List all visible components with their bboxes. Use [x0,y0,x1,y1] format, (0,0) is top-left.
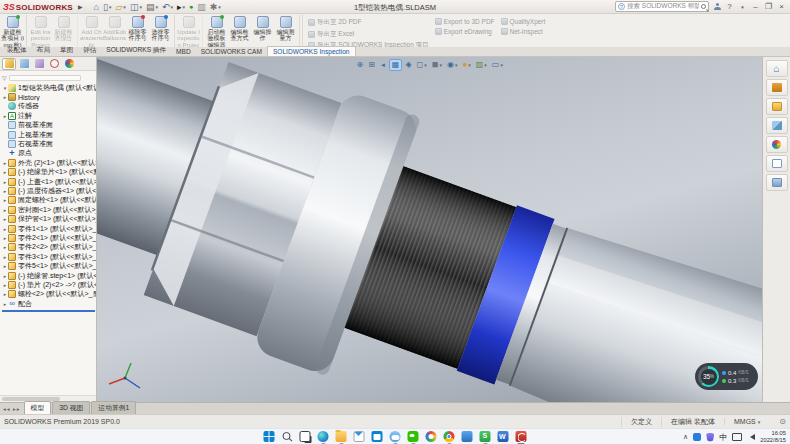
view-tool-icon[interactable] [461,59,472,71]
view-tool-icon[interactable] [445,59,459,71]
export-menu-item[interactable]: 导出至 2D PDF [308,18,429,27]
tree-item[interactable]: ▸ 零件2<2> (默认<<默认>_显示状态 [2,243,96,252]
tree-item[interactable]: ▸ (-) 垫片 (2)<2> ->? (默认<<默认> [2,280,96,289]
view-tool-icon[interactable] [389,59,402,71]
quick-access-button[interactable] [102,1,112,13]
quick-access-button[interactable] [209,1,222,13]
view-tool-icon[interactable] [490,59,504,71]
taskbar-app-icon[interactable] [516,431,527,442]
ribbon-tab[interactable]: SOLIDWORKS Inspection [267,46,356,56]
quick-access-button[interactable] [114,1,126,13]
ribbon-button[interactable]: 新建检查报告 [52,15,78,47]
quick-access-button[interactable] [196,1,207,13]
tree-item[interactable]: ▸ 固定螺栓<1> (默认<<默认>_显示状 [2,196,96,205]
taskbar-app-icon[interactable] [426,431,437,442]
task-pane-tab[interactable] [766,136,788,153]
manager-tab[interactable] [47,58,61,70]
export-menu-item[interactable]: 导出至 Excel [308,30,429,39]
ribbon-tab[interactable]: 布局 [32,45,55,56]
taskbar-app-icon[interactable] [336,431,347,442]
ribbon-tab[interactable]: 评估 [78,45,101,56]
task-pane-tab[interactable] [766,60,788,77]
quick-access-button[interactable] [161,1,174,13]
help-button[interactable]: ? [725,1,734,13]
tree-item[interactable]: ▸ 零件5<1> (默认<<默认>_显示状态 [2,261,96,270]
tray-shield-icon[interactable] [706,433,714,442]
tree-item[interactable]: ▸ (-) 绝缘管.step<1> (默认<<默认> [2,271,96,280]
filter-funnel-icon[interactable]: ▽ [2,74,7,81]
tree-item[interactable]: ▸ History [2,92,96,101]
ribbon-tab[interactable]: 草图 [55,45,78,56]
ribbon-tab[interactable]: SOLIDWORKS CAM [196,47,267,56]
quick-access-button[interactable] [129,1,143,13]
ribbon-tab[interactable]: 装配体 [2,45,32,56]
units-selector[interactable]: MMGS [724,418,769,425]
ribbon-button[interactable]: 选择零件序号 [149,15,175,47]
close-button[interactable]: × [777,1,786,13]
task-pane-tab[interactable] [766,174,788,191]
tree-item[interactable]: ▸ 前视基准面 [2,121,96,130]
restore-button[interactable]: ❐ [764,1,773,13]
ribbon-button[interactable]: 移除零件序号 [126,15,149,47]
ribbon-button[interactable]: 启动检验模板编辑器 [205,15,228,47]
view-tool-icon[interactable] [367,59,377,71]
clock[interactable]: 16:05 2022/8/15 [760,430,786,443]
ribbon-button[interactable]: 编辑操作 [251,15,274,47]
export-menu-item[interactable]: Export to 3D PDF [435,18,495,25]
taskbar-app-icon[interactable] [354,431,365,442]
taskbar-app-icon[interactable] [480,431,491,442]
tree-item[interactable]: ▸ 外壳 (2)<1> (默认<<默认>_显示状 [2,158,96,167]
tree-item[interactable]: ▸ 螺栓<2> (默认<<默认>_显示状态 [2,290,96,299]
ribbon-button[interactable]: 编辑检查方式 [228,15,251,47]
quick-access-button[interactable] [93,1,100,13]
manager-tab[interactable] [32,58,46,70]
tab-nav-arrows[interactable]: ◂◂ ▸▸ [0,404,24,414]
ime-indicator[interactable]: 中 [719,432,727,443]
view-tool-icon[interactable] [378,59,387,71]
task-pane-tab[interactable] [766,155,788,172]
menu-flyout-arrow-icon[interactable]: ▶ [78,3,83,10]
manager-tab[interactable] [2,58,16,70]
ribbon-button[interactable]: 新建检查项目 (imp;检) [1,15,27,47]
taskbar-app-icon[interactable] [282,431,293,442]
ribbon-button[interactable]: Update Inspection Project [177,15,203,47]
task-pane-tab[interactable] [766,79,788,96]
tree-item[interactable]: ▸ 零件1<1> (默认<<默认>_显示状态 [2,224,96,233]
document-tab[interactable]: 运动算例1 [91,401,136,414]
tree-item[interactable]: ▸ 配合 [2,299,96,308]
ribbon-button[interactable]: 编辑测量方 [274,15,300,47]
view-tool-icon[interactable] [415,59,428,71]
tray-app-icon[interactable] [693,433,701,441]
help-caret-icon[interactable]: ▾ [738,1,747,13]
manager-tab[interactable] [17,58,31,70]
view-tool-icon[interactable] [404,59,413,71]
task-pane-tab[interactable] [766,117,788,134]
tree-item[interactable]: ▸ 注解 [2,111,96,120]
tree-item[interactable]: ▸ (-) 上盖<1> (默认<<默认>_显示状 [2,177,96,186]
3d-viewport[interactable]: 35% 0.4KB/S 0.3KB/S [97,57,762,402]
minimize-button[interactable]: – [751,1,760,13]
taskbar-app-icon[interactable] [444,431,455,442]
document-tab[interactable]: 3D 视图 [52,401,90,414]
help-search-box[interactable]: ? 搜索 SOLIDWORKS 帮助 [615,1,709,12]
taskbar-app-icon[interactable] [408,431,419,442]
tree-item[interactable]: ▸ (-) 温度传感器<1> (默认<<默认>_ [2,186,96,195]
tree-item[interactable]: ▸ 右视基准面 [2,139,96,148]
tree-item[interactable]: ▸ 传感器 [2,102,96,111]
search-magnifier-icon[interactable] [701,4,706,9]
panel-splitter[interactable] [2,310,95,312]
taskbar-app-icon[interactable] [462,431,473,442]
view-tool-icon[interactable] [474,59,488,71]
ribbon-tab[interactable]: SOLIDWORKS 插件 [101,45,171,56]
taskbar-app-icon[interactable] [318,431,329,442]
manager-tab[interactable] [62,58,76,70]
taskbar-app-icon[interactable] [300,431,311,442]
task-pane-tab[interactable] [766,98,788,115]
ribbon-button[interactable]: Edit Inspection Project [29,15,52,47]
ribbon-button[interactable]: Add/Edit Balloons [103,15,126,47]
tree-item[interactable]: ▸ 零件3<1> (默认<<默认>_显示状态 [2,252,96,261]
quick-access-button[interactable] [145,1,159,13]
taskbar-app-icon[interactable] [498,431,509,442]
taskbar-app-icon[interactable] [264,431,275,442]
document-tab[interactable]: 模型 [24,401,52,414]
